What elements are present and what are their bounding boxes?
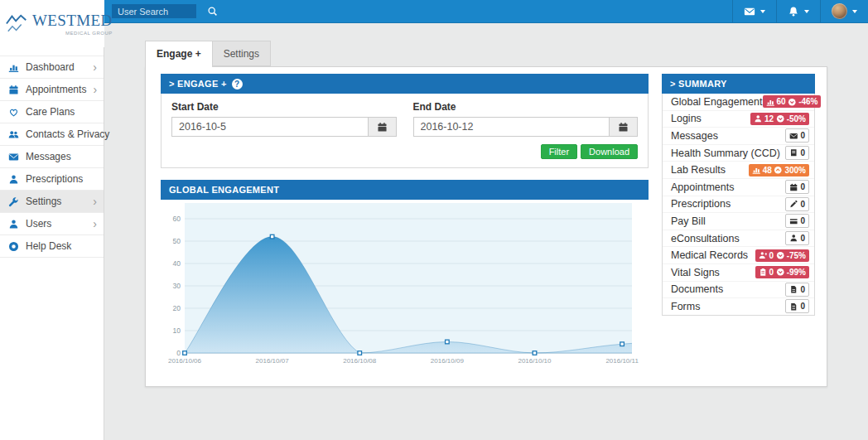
user-icon xyxy=(8,174,19,185)
summary-panel: > SUMMARY Global Engagement60-46%Logins1… xyxy=(662,74,815,316)
summary-row-appointments: Appointments0 xyxy=(663,179,814,196)
search-input[interactable] xyxy=(112,4,196,18)
brand-tagline: MEDICAL GROUP xyxy=(32,31,113,36)
summary-value: 0 xyxy=(800,182,805,191)
end-date-label: End Date xyxy=(413,101,639,113)
envelope-icon xyxy=(8,152,19,162)
sidebar-item-label: Users xyxy=(26,218,51,230)
user-icon xyxy=(789,234,798,243)
bar-chart-icon xyxy=(766,98,775,107)
summary-row-label: Prescriptions xyxy=(671,198,731,210)
svg-text:60: 60 xyxy=(173,215,181,223)
sidebar-item-help-desk[interactable]: Help Desk xyxy=(0,235,104,258)
caret-down-icon xyxy=(852,10,857,13)
wrench-icon xyxy=(8,196,19,207)
summary-row-prescriptions: Prescriptions0 xyxy=(663,196,814,214)
summary-value: 48 xyxy=(763,166,772,175)
chart-title: GLOBAL ENGAGEMENT xyxy=(169,185,279,195)
start-date-field: Start Date xyxy=(171,101,397,137)
tab-bar: Engage +Settings xyxy=(145,41,271,67)
sidebar-item-messages[interactable]: Messages xyxy=(0,146,104,168)
sidebar-item-appointments[interactable]: Appointments› xyxy=(0,79,104,101)
sidebar-item-prescriptions[interactable]: Prescriptions xyxy=(0,168,104,191)
x-axis-label: 2016/10/10 xyxy=(518,357,552,365)
start-date-input[interactable] xyxy=(171,117,369,137)
summary-row-label: Global Engagement xyxy=(671,96,763,108)
filter-button[interactable]: Filter xyxy=(541,144,577,159)
svg-text:0: 0 xyxy=(176,349,181,357)
help-icon[interactable]: ? xyxy=(232,79,243,89)
caret-down-icon xyxy=(804,10,809,13)
start-date-calendar-button[interactable] xyxy=(369,117,397,137)
messages-menu-button[interactable] xyxy=(732,0,776,22)
calendar-icon xyxy=(618,122,629,133)
left-column: > ENGAGE + ? Start Date xyxy=(161,74,649,370)
summary-badge: 0 xyxy=(785,180,809,194)
summary-row-label: Documents xyxy=(671,283,723,295)
envelope-icon xyxy=(789,132,798,141)
chart-panel-header: GLOBAL ENGAGEMENT xyxy=(161,180,649,200)
button-row: Filter Download xyxy=(171,144,638,159)
search-icon[interactable] xyxy=(207,6,218,17)
sidebar-item-care-plans[interactable]: Care Plans xyxy=(0,101,104,123)
pencil-icon xyxy=(789,200,798,209)
summary-delta: -75% xyxy=(787,251,806,260)
summary-value: 0 xyxy=(769,251,774,260)
notifications-menu-button[interactable] xyxy=(776,0,820,22)
data-point-marker xyxy=(620,342,624,346)
sidebar-item-label: Care Plans xyxy=(26,106,75,118)
calendar-icon xyxy=(377,122,388,133)
bar-chart-icon xyxy=(8,62,19,73)
summary-delta: -46% xyxy=(798,97,817,106)
summary-badge: 0 xyxy=(785,214,809,228)
data-point-marker xyxy=(183,351,187,355)
end-date-input[interactable] xyxy=(413,117,610,137)
brand-logo[interactable]: WESTMED MEDICAL GROUP xyxy=(0,0,104,47)
summary-row-label: Lab Results xyxy=(671,164,726,176)
tab-settings[interactable]: Settings xyxy=(213,41,271,66)
global-engagement-panel: GLOBAL ENGAGEMENT 01020304050602016/10/0… xyxy=(161,180,649,370)
summary-badge: 0-75% xyxy=(755,249,809,262)
summary-row-label: Medical Records xyxy=(671,249,748,261)
brand-text: WESTMED MEDICAL GROUP xyxy=(32,12,113,36)
summary-row-label: Logins xyxy=(671,113,702,124)
tab-engage[interactable]: Engage + xyxy=(145,41,213,67)
calendar-icon xyxy=(8,85,19,95)
engage-panel-header[interactable]: > ENGAGE + ? xyxy=(161,74,649,94)
chevron-circle-up-icon xyxy=(774,166,783,175)
summary-row-label: Vital Signs xyxy=(671,267,720,278)
sidebar-item-settings[interactable]: Settings› xyxy=(0,191,104,213)
summary-value: 0 xyxy=(800,302,805,311)
heart-icon xyxy=(8,107,19,118)
svg-text:30: 30 xyxy=(173,282,181,290)
data-point-marker xyxy=(270,235,274,239)
download-button[interactable]: Download xyxy=(581,144,638,159)
summary-row-label: Forms xyxy=(671,301,700,312)
chevron-circle-down-icon xyxy=(788,98,797,107)
avatar xyxy=(832,3,847,19)
date-row: Start Date End Date xyxy=(171,101,638,137)
sidebar-item-contacts-privacy[interactable]: Contacts & Privacy xyxy=(0,123,104,146)
summary-delta: -50% xyxy=(787,114,806,123)
summary-badge: 0 xyxy=(785,231,809,245)
user-menu-button[interactable] xyxy=(820,0,868,22)
sidebar-item-label: Dashboard xyxy=(26,61,75,73)
sidebar-item-label: Messages xyxy=(26,151,71,162)
sidebar-item-users[interactable]: Users› xyxy=(0,213,104,235)
westmed-wave-icon xyxy=(6,13,29,34)
summary-badge: 0 xyxy=(785,128,809,143)
end-date-calendar-button[interactable] xyxy=(610,117,638,137)
bell-icon xyxy=(788,6,799,17)
svg-text:40: 40 xyxy=(173,259,181,268)
brand-name: WESTMED xyxy=(32,12,113,29)
summary-panel-header[interactable]: > SUMMARY xyxy=(662,74,815,94)
summary-row-health-summary-ccd: Health Summary (CCD)0 xyxy=(663,145,814,162)
summary-row-econsultations: eConsultations0 xyxy=(663,230,814,248)
sidebar-item-dashboard[interactable]: Dashboard› xyxy=(0,56,104,79)
summary-list: Global Engagement60-46%Logins12-50%Messa… xyxy=(662,94,815,316)
end-date-input-group xyxy=(413,117,639,137)
summary-badge: 0 xyxy=(785,299,809,313)
summary-row-pay-bill: Pay Bill0 xyxy=(663,213,814,230)
topbar xyxy=(104,0,868,23)
data-point-marker xyxy=(446,340,450,344)
